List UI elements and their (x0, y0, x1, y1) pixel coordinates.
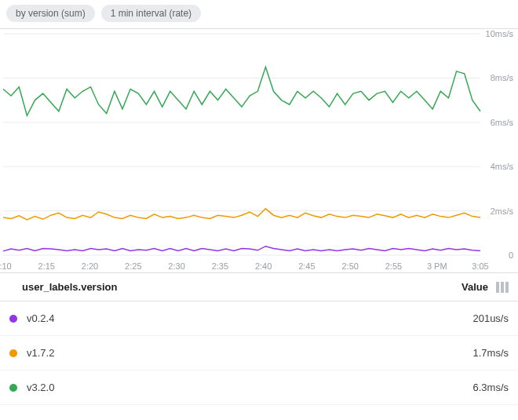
legend-header-value: Value (433, 281, 488, 293)
legend-series-value: 6.3ms/s (433, 382, 509, 393)
chip-aggregation[interactable]: by version (sum) (6, 5, 95, 22)
chart-svg (0, 29, 518, 272)
svg-rect-7 (501, 282, 504, 293)
svg-rect-8 (505, 282, 509, 293)
legend-row[interactable]: v0.2.4201us/s (0, 301, 518, 336)
x-axis-tick: 2:35 (212, 261, 228, 271)
x-axis-tick: 2:30 (168, 261, 184, 271)
x-axis-tick: 2:45 (298, 261, 315, 271)
legend-series-value: 1.7ms/s (433, 347, 509, 359)
x-axis-tick: 3:05 (472, 261, 488, 271)
x-axis-tick: 2:25 (125, 261, 141, 271)
x-axis-tick: 2:15 (38, 261, 55, 271)
y-axis-tick: 2ms/s (491, 206, 513, 216)
legend-row[interactable]: v1.7.21.7ms/s (0, 336, 518, 371)
legend-body: v0.2.4201us/sv1.7.21.7ms/sv3.2.06.3ms/s (0, 301, 518, 405)
x-axis-tick: 3 PM (427, 261, 447, 271)
y-axis-tick: 8ms/s (491, 73, 513, 82)
x-axis-tick: 2:10 (0, 261, 12, 271)
y-axis-tick: 0 (509, 250, 513, 260)
x-axis-tick: 2:40 (255, 261, 272, 271)
legend-row[interactable]: v3.2.06.3ms/s (0, 371, 518, 405)
x-axis-tick: 2:55 (385, 261, 402, 271)
y-axis-tick: 10ms/s (486, 29, 513, 38)
x-axis-tick: 2:20 (82, 261, 98, 271)
legend-header: user_labels.version Value (0, 273, 518, 301)
line-chart[interactable]: 02ms/s4ms/s6ms/s8ms/s10ms/s2:102:152:202… (0, 29, 518, 272)
series-color-dot (9, 384, 17, 392)
legend-series-value: 201us/s (433, 312, 509, 324)
y-axis-tick: 4ms/s (491, 162, 513, 171)
filter-chips-row: by version (sum) 1 min interval (rate) (0, 0, 518, 28)
legend-series-name: v0.2.4 (27, 312, 433, 324)
legend-series-name: v1.7.2 (27, 347, 433, 359)
series-color-dot (9, 349, 17, 357)
legend-series-name: v3.2.0 (27, 382, 433, 393)
series-color-dot (9, 315, 17, 323)
y-axis-tick: 6ms/s (491, 118, 513, 127)
chip-interval[interactable]: 1 min interval (rate) (101, 5, 201, 22)
metrics-panel: by version (sum) 1 min interval (rate) 0… (0, 0, 518, 420)
x-axis-tick: 2:50 (341, 261, 358, 271)
columns-icon[interactable] (488, 282, 509, 293)
svg-rect-6 (496, 282, 499, 293)
legend-header-name: user_labels.version (22, 281, 433, 293)
